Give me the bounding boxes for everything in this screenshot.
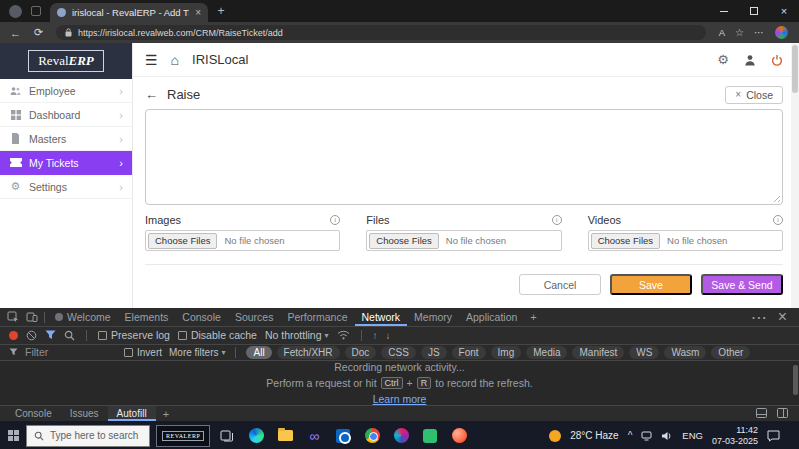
devtools-tab-welcome[interactable]: Welcome [48,308,118,326]
preserve-log-checkbox[interactable]: Preserve log [98,329,170,341]
dock-bottom-icon[interactable] [756,408,767,420]
filter-chip-wasm[interactable]: Wasm [664,346,706,359]
outlook-icon[interactable] [335,428,351,444]
invert-checkbox[interactable]: Invert [124,347,162,358]
devtools-tab-performance[interactable]: Performance [280,308,354,326]
filter-chip-font[interactable]: Font [452,346,486,359]
language-indicator[interactable]: ENG [682,430,703,441]
taskbar-revalerp-window[interactable]: REVALERP [156,425,210,447]
browser-profile-icon[interactable] [9,5,22,18]
devtools-scrollbar[interactable] [793,365,798,395]
user-profile-icon[interactable] [744,54,756,66]
more-filters-dropdown[interactable]: More filters ▾ [169,347,225,358]
filter-chip-js[interactable]: JS [421,346,447,359]
tray-display-icon[interactable] [641,431,652,441]
file-explorer-icon[interactable] [277,428,293,444]
inspect-element-icon[interactable] [3,308,22,326]
devtools-menu-icon[interactable]: ⋯ [751,308,767,327]
drawer-tab-issues[interactable]: Issues [61,406,108,421]
resize-handle[interactable] [771,193,780,202]
drawer-tab-autofill[interactable]: Autofill [108,406,156,421]
logout-power-icon[interactable] [771,54,783,66]
tab-close-icon[interactable]: × [195,7,201,18]
ticket-description-input[interactable] [145,109,783,205]
windows-start-icon[interactable] [0,430,26,441]
tab-actions-icon[interactable] [31,6,41,16]
filter-chip-fetch-xhr[interactable]: Fetch/XHR [277,346,340,359]
devtools-add-tab-icon[interactable]: + [524,308,542,326]
file-input-files[interactable]: Choose Files No file chosen [366,230,561,251]
drawer-add-tab-icon[interactable]: + [156,406,176,421]
filter-chip-doc[interactable]: Doc [345,346,377,359]
file-input-images[interactable]: Choose Files No file chosen [145,230,340,251]
app-icon-7[interactable] [422,428,438,444]
search-icon[interactable] [64,330,75,341]
learn-more-link[interactable]: Learn more [373,393,427,405]
task-view-icon[interactable] [214,430,240,442]
devtools-close-icon[interactable]: × [778,308,787,326]
devtools-tab-application[interactable]: Application [459,308,524,326]
drawer-tab-console[interactable]: Console [6,406,61,421]
app-icon-8[interactable] [451,428,467,444]
window-maximize-button[interactable] [739,0,769,22]
dock-side-icon[interactable] [777,408,788,420]
filter-chip-css[interactable]: CSS [381,346,416,359]
import-har-icon[interactable]: ↑ [373,330,378,341]
browser-tab[interactable]: irislocal - RevalERP - Add Ticket × [50,3,208,22]
save-button[interactable]: Save [610,274,692,295]
devtools-tab-console[interactable]: Console [175,308,228,326]
export-har-icon[interactable]: ↓ [386,330,391,341]
filter-chip-ws[interactable]: WS [629,346,659,359]
choose-files-button[interactable]: Choose Files [591,233,660,249]
taskbar-search-input[interactable]: Type here to search [26,425,150,447]
filter-chip-all[interactable]: All [246,346,271,359]
window-minimize-button[interactable] [709,0,739,22]
record-icon[interactable] [9,331,18,340]
cancel-button[interactable]: Cancel [519,274,601,295]
choose-files-button[interactable]: Choose Files [369,233,438,249]
filter-input[interactable] [25,346,117,358]
edge-icon[interactable] [248,428,264,444]
browser-avatar[interactable] [775,26,788,39]
page-scrollbar[interactable] [791,43,799,308]
choose-files-button[interactable]: Choose Files [148,233,217,249]
devtools-tab-elements[interactable]: Elements [118,308,176,326]
volume-icon[interactable] [661,431,673,441]
devtools-tab-sources[interactable]: Sources [228,308,281,326]
devtools-tab-network[interactable]: Network [355,308,408,326]
save-and-send-button[interactable]: Save & Send [701,274,783,295]
network-conditions-icon[interactable] [337,330,350,340]
back-icon[interactable]: ← [6,27,25,39]
home-icon[interactable]: ⌂ [171,52,179,68]
visual-studio-icon[interactable]: ∞ [306,428,322,444]
device-toolbar-icon[interactable] [22,308,41,326]
filter-chip-media[interactable]: Media [526,346,567,359]
filter-funnel-icon[interactable] [45,330,56,340]
sidebar-item-employee[interactable]: Employee › [0,79,132,103]
weather-icon[interactable] [549,430,561,442]
browser-menu-icon[interactable]: ⋯ [754,27,765,38]
favorites-star-icon[interactable]: ☆ [735,27,744,38]
new-tab-button[interactable]: + [208,0,234,22]
back-arrow-icon[interactable]: ← [145,87,158,102]
close-button[interactable]: × Close [725,86,783,104]
sidebar-item-settings[interactable]: ⚙ Settings › [0,175,132,199]
sidebar-item-my-tickets[interactable]: My Tickets › [0,151,132,175]
chrome-icon[interactable] [364,428,380,444]
filter-chip-img[interactable]: Img [491,346,522,359]
clear-icon[interactable] [26,330,37,341]
throttling-dropdown[interactable]: No throttling ▾ [265,329,329,341]
sidebar-item-masters[interactable]: Masters › [0,127,132,151]
app-icon-6[interactable] [393,428,409,444]
taskbar-clock[interactable]: 11:42 07-03-2025 [712,425,758,446]
hidden-icons-caret[interactable]: ^ [628,430,633,441]
filter-chip-other[interactable]: Other [711,346,750,359]
info-icon[interactable]: i [773,215,783,225]
refresh-icon[interactable]: ⟳ [29,26,48,39]
filter-chip-manifest[interactable]: Manifest [572,346,624,359]
header-settings-icon[interactable]: ⚙ [717,52,729,67]
disable-cache-checkbox[interactable]: Disable cache [178,329,257,341]
file-input-videos[interactable]: Choose Files No file chosen [588,230,783,251]
weather-text[interactable]: 28°C Haze [570,430,618,441]
sidebar-item-dashboard[interactable]: Dashboard › [0,103,132,127]
